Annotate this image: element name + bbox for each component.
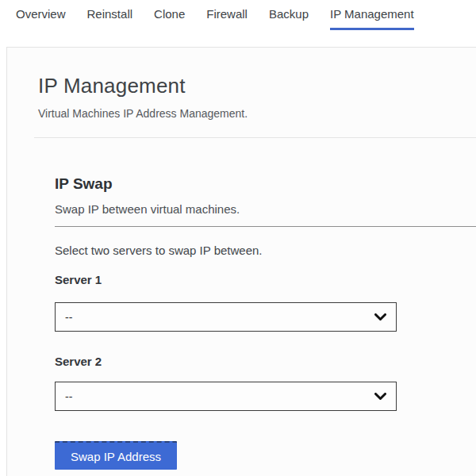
- ip-swap-description: Swap IP between virtual machines.: [55, 202, 476, 216]
- server1-select-wrap: --: [55, 302, 397, 332]
- page-title: IP Management: [38, 74, 476, 98]
- header-divider: [34, 137, 476, 138]
- tab-backup[interactable]: Backup: [269, 7, 309, 30]
- swap-ip-address-button[interactable]: Swap IP Address: [55, 441, 177, 470]
- server2-select-wrap: --: [55, 382, 397, 411]
- server1-select[interactable]: --: [55, 302, 397, 332]
- tab-bar: Overview Reinstall Clone Firewall Backup…: [0, 0, 476, 30]
- tab-ip-management[interactable]: IP Management: [330, 7, 414, 30]
- tab-firewall[interactable]: Firewall: [206, 7, 248, 30]
- ip-swap-section: IP Swap Swap IP between virtual machines…: [55, 175, 476, 470]
- server2-select[interactable]: --: [55, 382, 397, 411]
- ip-swap-instruction: Select two servers to swap IP between.: [55, 244, 476, 257]
- page-subtitle: Virtual Machines IP Address Management.: [38, 107, 476, 120]
- tab-reinstall[interactable]: Reinstall: [87, 7, 133, 30]
- ip-swap-title: IP Swap: [55, 175, 476, 193]
- ip-management-panel: IP Management Virtual Machines IP Addres…: [6, 47, 476, 476]
- tab-clone[interactable]: Clone: [154, 7, 185, 30]
- server2-label: Server 2: [55, 355, 476, 368]
- tab-overview[interactable]: Overview: [16, 7, 66, 30]
- section-divider: [55, 226, 476, 227]
- server1-label: Server 1: [55, 273, 476, 286]
